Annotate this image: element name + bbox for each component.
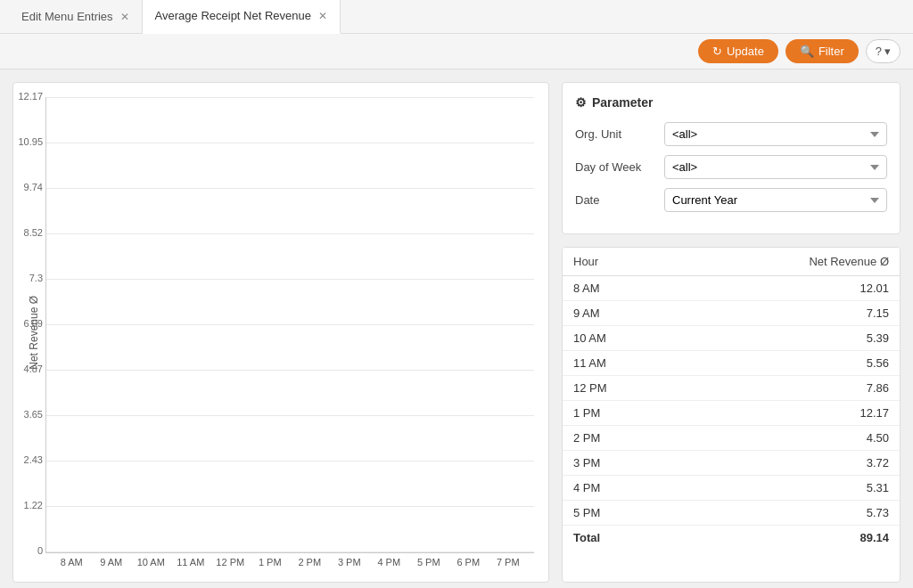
x-labels: 8 AM9 AM10 AM11 AM12 PM1 PM2 PM3 PM4 PM5… bbox=[45, 553, 534, 568]
row-hour: 3 PM bbox=[563, 451, 681, 476]
update-label: Update bbox=[727, 45, 764, 58]
param-panel: ⚙ Parameter Org. Unit <all> Day of Week … bbox=[562, 82, 901, 234]
filter-button[interactable]: 🔍 Filter bbox=[786, 39, 859, 63]
chart-area: Net Revenue Ø 12.1710.959.748.527.36.094… bbox=[28, 97, 534, 568]
row-hour: 8 AM bbox=[563, 276, 681, 301]
row-revenue: 5.56 bbox=[681, 351, 900, 376]
row-revenue: 5.31 bbox=[681, 476, 900, 501]
row-revenue: 3.72 bbox=[681, 451, 900, 476]
row-revenue: 4.50 bbox=[681, 426, 900, 451]
day-of-week-label: Day of Week bbox=[575, 160, 655, 174]
table-row: 11 AM5.56 bbox=[563, 351, 900, 376]
grid-label: 1.22 bbox=[12, 500, 43, 510]
tab-bar: Edit Menu Entries ✕ Average Receipt Net … bbox=[0, 0, 913, 34]
total-label: Total bbox=[563, 526, 681, 551]
x-label: 1 PM bbox=[253, 557, 288, 568]
org-unit-select[interactable]: <all> bbox=[664, 122, 887, 146]
x-label: 3 PM bbox=[333, 557, 367, 568]
help-button[interactable]: ? ▾ bbox=[866, 39, 901, 63]
grid-label: 10.95 bbox=[12, 136, 43, 147]
close-icon[interactable]: ✕ bbox=[318, 10, 327, 22]
table-row: 5 PM5.73 bbox=[563, 501, 900, 526]
tab-label: Average Receipt Net Revenue bbox=[155, 9, 311, 22]
row-revenue: 7.86 bbox=[681, 376, 900, 401]
table-row: 4 PM5.31 bbox=[563, 476, 900, 501]
update-icon: ↻ bbox=[712, 45, 722, 58]
param-icon: ⚙ bbox=[575, 95, 587, 110]
row-hour: 1 PM bbox=[563, 401, 681, 426]
x-label: 10 AM bbox=[134, 557, 169, 568]
tab-average-receipt[interactable]: Average Receipt Net Revenue ✕ bbox=[143, 0, 341, 34]
grid-label: 8.52 bbox=[12, 227, 43, 238]
x-label: 11 AM bbox=[174, 557, 209, 568]
y-axis-label: Net Revenue Ø bbox=[28, 296, 40, 370]
chevron-down-icon: ▾ bbox=[884, 45, 891, 58]
table-row: 1 PM12.17 bbox=[563, 401, 900, 426]
update-button[interactable]: ↻ Update bbox=[698, 39, 778, 63]
table-row: 3 PM3.72 bbox=[563, 451, 900, 476]
chart-inner: 12.1710.959.748.527.36.094.873.652.431.2… bbox=[45, 97, 534, 568]
date-row: Date Current YearLast YearLast 30 Days bbox=[575, 188, 887, 212]
grid-label: 0 bbox=[12, 545, 43, 556]
tab-label: Edit Menu Entries bbox=[21, 10, 113, 23]
filter-label: Filter bbox=[818, 45, 844, 58]
table-row: 12 PM7.86 bbox=[563, 376, 900, 401]
col-revenue-header: Net Revenue Ø bbox=[681, 248, 900, 276]
row-revenue: 5.73 bbox=[681, 501, 900, 526]
date-select[interactable]: Current YearLast YearLast 30 Days bbox=[664, 188, 887, 212]
grid-label: 6.09 bbox=[12, 318, 43, 329]
x-label: 12 PM bbox=[213, 557, 248, 568]
row-revenue: 12.17 bbox=[681, 401, 900, 426]
row-hour: 9 AM bbox=[563, 301, 681, 326]
row-hour: 11 AM bbox=[563, 351, 681, 376]
x-label: 5 PM bbox=[412, 557, 447, 568]
x-label: 4 PM bbox=[372, 557, 407, 568]
chart-panel: Net Revenue Ø 12.1710.959.748.527.36.094… bbox=[12, 82, 549, 583]
org-unit-row: Org. Unit <all> bbox=[575, 122, 887, 146]
grid-label: 9.74 bbox=[12, 182, 43, 192]
grid-label: 2.43 bbox=[12, 454, 43, 465]
row-revenue: 7.15 bbox=[681, 301, 900, 326]
param-title: ⚙ Parameter bbox=[575, 95, 887, 110]
row-hour: 10 AM bbox=[563, 326, 681, 351]
grid-label: 12.17 bbox=[12, 91, 43, 102]
table-row: 9 AM7.15 bbox=[563, 301, 900, 326]
col-hour-header: Hour bbox=[563, 248, 681, 276]
help-label: ? bbox=[876, 45, 882, 58]
row-revenue: 12.01 bbox=[681, 276, 900, 301]
row-hour: 2 PM bbox=[563, 426, 681, 451]
table-body: 8 AM12.019 AM7.1510 AM5.3911 AM5.5612 PM… bbox=[563, 276, 900, 526]
x-label: 9 AM bbox=[95, 557, 129, 568]
row-hour: 4 PM bbox=[563, 476, 681, 501]
grid-label: 7.3 bbox=[12, 273, 43, 283]
table-row: 2 PM4.50 bbox=[563, 426, 900, 451]
date-label: Date bbox=[575, 193, 655, 207]
filter-icon: 🔍 bbox=[800, 45, 814, 58]
grid-label: 4.87 bbox=[12, 363, 43, 374]
total-row: Total 89.14 bbox=[563, 526, 900, 551]
main-content: Net Revenue Ø 12.1710.959.748.527.36.094… bbox=[0, 69, 913, 588]
grid-label: 3.65 bbox=[12, 409, 43, 420]
chart-plot: 12.1710.959.748.527.36.094.873.652.431.2… bbox=[45, 97, 534, 553]
param-title-text: Parameter bbox=[592, 95, 654, 110]
table-header-row: Hour Net Revenue Ø bbox=[563, 248, 900, 276]
row-hour: 5 PM bbox=[563, 501, 681, 526]
x-label: 8 AM bbox=[54, 557, 89, 568]
row-hour: 12 PM bbox=[563, 376, 681, 401]
x-label: 2 PM bbox=[292, 557, 327, 568]
x-label: 6 PM bbox=[451, 557, 486, 568]
bars-container bbox=[46, 97, 534, 552]
org-unit-label: Org. Unit bbox=[575, 127, 655, 141]
close-icon[interactable]: ✕ bbox=[120, 11, 129, 23]
day-of-week-row: Day of Week <all> bbox=[575, 155, 887, 179]
data-panel: Hour Net Revenue Ø 8 AM12.019 AM7.1510 A… bbox=[562, 247, 901, 583]
data-table: Hour Net Revenue Ø 8 AM12.019 AM7.1510 A… bbox=[563, 248, 900, 550]
day-of-week-select[interactable]: <all> bbox=[664, 155, 887, 179]
tab-edit-menu[interactable]: Edit Menu Entries ✕ bbox=[9, 0, 143, 34]
table-row: 10 AM5.39 bbox=[563, 326, 900, 351]
table-row: 8 AM12.01 bbox=[563, 276, 900, 301]
x-label: 7 PM bbox=[491, 557, 526, 568]
total-value: 89.14 bbox=[681, 526, 900, 551]
row-revenue: 5.39 bbox=[681, 326, 900, 351]
right-panel: ⚙ Parameter Org. Unit <all> Day of Week … bbox=[562, 82, 901, 583]
